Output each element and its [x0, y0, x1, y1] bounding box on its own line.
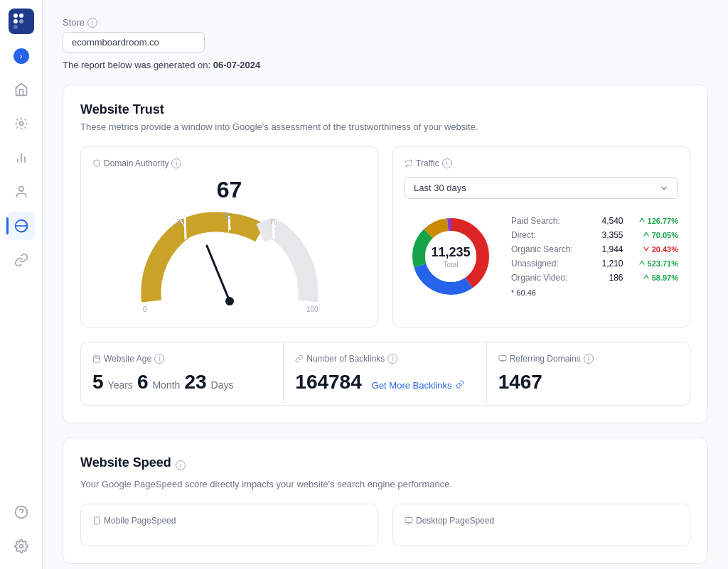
domain-authority-label: Domain Authority i	[92, 158, 366, 168]
traffic-info-icon[interactable]: i	[442, 158, 452, 168]
sidebar-toggle-button[interactable]: ›	[14, 48, 29, 64]
traffic-row-video: Organic Video: 186 58.97%	[511, 273, 678, 283]
traffic-row-organic: Organic Search: 1,944 20.43%	[511, 244, 678, 254]
referring-domains-info-icon[interactable]: i	[584, 354, 594, 364]
website-age-value: 5 Years 6 Month 23 Days	[92, 371, 272, 394]
sidebar-item-chart[interactable]	[7, 143, 36, 172]
referring-domains-label: Referring Domains i	[498, 354, 678, 364]
store-label: Store i	[63, 17, 708, 28]
website-speed-subtitle: Your Google PageSpeed score directly imp…	[80, 479, 690, 489]
domain-authority-panel: Domain Authority i 67	[80, 146, 378, 327]
report-date: The report below was generated on: 06-07…	[63, 60, 708, 70]
store-input[interactable]	[63, 32, 205, 53]
metrics-grid: Website Age i 5 Years 6 Month 23 Days Nu…	[80, 342, 690, 406]
svg-point-4	[19, 19, 23, 23]
svg-line-14	[24, 119, 26, 121]
referring-domains-value: 1467	[498, 371, 678, 394]
svg-point-1	[14, 13, 18, 18]
traffic-avg: * 60.46	[511, 288, 678, 297]
sidebar-item-analytics[interactable]	[7, 212, 36, 240]
donut-chart: 11,235 Total	[405, 210, 497, 303]
sidebar-item-settings[interactable]	[7, 532, 36, 560]
svg-line-11	[16, 119, 18, 121]
svg-point-2	[19, 13, 23, 18]
sidebar-item-user[interactable]	[7, 178, 36, 206]
traffic-content: 11,235 Total Paid Search: 4,540 126.77%	[405, 210, 678, 303]
svg-point-5	[14, 25, 18, 29]
sidebar-logo	[9, 9, 34, 43]
svg-line-12	[24, 127, 26, 129]
svg-point-6	[19, 122, 23, 126]
trust-grid: Domain Authority i 67	[80, 146, 690, 327]
svg-text:50: 50	[223, 212, 232, 220]
website-speed-card: Website Speed i Your Google PageSpeed sc…	[63, 438, 708, 564]
mobile-pagespeed-label: Mobile PageSpeed	[92, 516, 366, 526]
backlinks-panel: Number of Backlinks i 164784 Get More Ba…	[284, 342, 486, 405]
traffic-row-paid: Paid Search: 4,540 126.77%	[511, 216, 678, 226]
desktop-pagespeed-panel: Desktop PageSpeed	[392, 504, 690, 546]
backlinks-value: 164784 Get More Backlinks	[295, 371, 474, 394]
website-trust-subtitle: These metrics provide a window into Goog…	[80, 121, 690, 132]
backlinks-label: Number of Backlinks i	[295, 354, 474, 364]
get-more-backlinks-link[interactable]: Get More Backlinks	[372, 380, 464, 391]
main-content: Store i The report below was generated o…	[43, 0, 728, 569]
traffic-row-direct: Direct: 3,355 70.05%	[511, 230, 678, 240]
traffic-label: Traffic i	[405, 158, 678, 168]
referring-domains-panel: Referring Domains i 1467	[487, 342, 690, 405]
sidebar-item-grid[interactable]	[7, 109, 36, 138]
sidebar-item-help[interactable]	[7, 498, 36, 526]
sidebar-item-home[interactable]	[7, 75, 36, 104]
website-speed-title: Website Speed	[80, 455, 171, 470]
svg-text:25: 25	[176, 218, 185, 226]
svg-line-23	[185, 217, 186, 239]
gauge-value: 67	[217, 177, 242, 203]
website-age-panel: Website Age i 5 Years 6 Month 23 Days	[81, 342, 284, 405]
chevron-right-icon: ›	[20, 51, 23, 61]
svg-text:100: 100	[306, 305, 318, 313]
svg-line-26	[207, 246, 230, 301]
gauge-chart: 0 25 50 75 100	[137, 209, 322, 315]
traffic-dropdown[interactable]: Last 30 days	[405, 177, 678, 199]
donut-center: 11,235 Total	[431, 245, 470, 269]
website-trust-card: Website Trust These metrics provide a wi…	[63, 85, 708, 423]
gauge-container: 67	[92, 177, 366, 315]
svg-rect-48	[405, 518, 412, 523]
domain-authority-info-icon[interactable]: i	[171, 158, 181, 168]
website-age-label: Website Age i	[92, 354, 272, 364]
svg-rect-39	[94, 356, 100, 362]
sidebar-bottom	[7, 498, 36, 560]
traffic-row-unassigned: Unassigned: 1,210 523.71%	[511, 259, 678, 269]
sidebar: ›	[0, 0, 43, 569]
website-age-info-icon[interactable]: i	[154, 354, 164, 364]
website-trust-title: Website Trust	[80, 102, 690, 117]
sidebar-item-links[interactable]	[7, 246, 36, 274]
mobile-pagespeed-panel: Mobile PageSpeed	[80, 504, 378, 546]
speed-grid: Mobile PageSpeed Desktop PageSpeed	[80, 504, 690, 546]
traffic-panel: Traffic i Last 30 days	[392, 146, 690, 327]
store-info-icon[interactable]: i	[87, 18, 97, 28]
svg-line-13	[16, 127, 18, 129]
svg-text:75: 75	[269, 218, 278, 226]
svg-point-22	[19, 545, 23, 548]
svg-rect-43	[499, 356, 506, 361]
svg-text:0: 0	[143, 305, 147, 313]
svg-point-27	[225, 297, 234, 305]
backlinks-info-icon[interactable]: i	[387, 354, 397, 364]
desktop-pagespeed-label: Desktop PageSpeed	[405, 516, 678, 526]
store-section: Store i The report below was generated o…	[63, 17, 708, 70]
svg-point-3	[14, 19, 18, 23]
svg-point-18	[18, 187, 23, 192]
website-speed-info-icon[interactable]: i	[176, 460, 186, 470]
traffic-stats: Paid Search: 4,540 126.77% Direct: 3,355	[511, 216, 678, 297]
